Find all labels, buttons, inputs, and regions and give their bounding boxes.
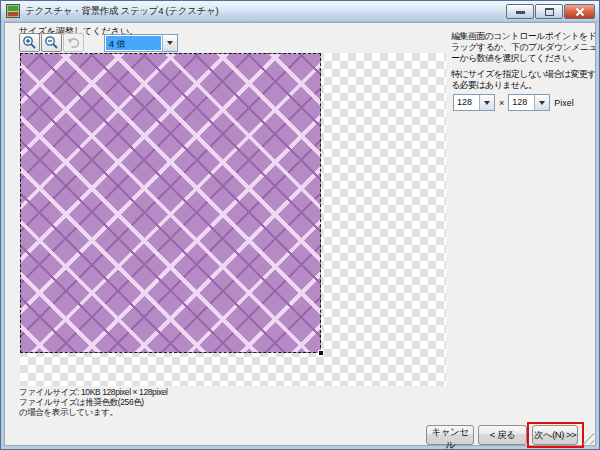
side-instructions: 編集画面のコントロールポイントをドラッグするか、下のプルダウンメニューから数値を… — [451, 31, 600, 96]
maximize-button[interactable] — [535, 4, 563, 19]
zoom-in-button[interactable] — [19, 33, 40, 52]
dialog-client-area: サイズを調整してください。 4 倍 — [4, 22, 596, 446]
magnifier-minus-icon — [44, 35, 59, 50]
height-dropdown-button[interactable] — [534, 95, 549, 110]
side-instruction-1: 編集画面のコントロールポイントをドラッグするか、下のプルダウンメニューから数値を… — [451, 31, 600, 64]
magnifier-plus-icon — [22, 35, 37, 50]
minimize-button[interactable] — [506, 4, 534, 19]
wizard-window: テクスチャ・背景作成 ステップ4 (テクスチャ) サイズを調整してください。 — [0, 0, 600, 450]
title-bar[interactable]: テクスチャ・背景作成 ステップ4 (テクスチャ) — [1, 1, 599, 22]
width-select[interactable]: 128 — [453, 94, 495, 111]
size-controls: 128 × 128 Pixel — [453, 94, 574, 111]
cancel-button[interactable]: キャンセル — [426, 425, 474, 445]
close-button[interactable] — [564, 4, 595, 19]
undo-icon — [66, 36, 81, 49]
pixel-unit-label: Pixel — [554, 98, 574, 108]
height-select[interactable]: 128 — [508, 94, 550, 111]
maximize-icon — [545, 8, 554, 16]
window-controls — [506, 4, 595, 19]
zoom-level-value: 4 倍 — [106, 36, 161, 50]
next-button[interactable]: 次へ(N) >> — [532, 425, 578, 445]
multiply-sign: × — [499, 98, 504, 108]
height-value: 128 — [509, 95, 534, 110]
minimize-icon — [516, 11, 525, 14]
file-size-line2: ファイルサイズは推奨色数(256色) — [19, 397, 168, 407]
undo-button[interactable] — [63, 33, 84, 52]
back-button[interactable]: < 戻る — [478, 425, 527, 445]
file-size-status: ファイルサイズ: 10KB 128pixel × 128pixel ファイルサイ… — [19, 387, 168, 417]
side-instruction-2: 特にサイズを指定しない場合は変更する必要はありません。 — [451, 69, 600, 91]
file-size-line3: の場合を表示しています。 — [19, 407, 168, 417]
file-size-line1: ファイルサイズ: 10KB 128pixel × 128pixel — [19, 387, 168, 397]
window-resize-grip[interactable] — [582, 432, 594, 444]
width-dropdown-button[interactable] — [479, 95, 494, 110]
window-title: テクスチャ・背景作成 ステップ4 (テクスチャ) — [25, 5, 218, 18]
chevron-down-icon — [539, 101, 545, 105]
zoom-level-select[interactable]: 4 倍 — [104, 34, 178, 52]
resize-handle[interactable] — [318, 350, 324, 356]
width-value: 128 — [454, 95, 479, 110]
zoom-level-dropdown-button[interactable] — [162, 35, 177, 51]
zoom-out-button[interactable] — [41, 33, 62, 52]
chevron-down-icon — [484, 101, 490, 105]
app-icon — [6, 4, 20, 18]
texture-image[interactable] — [20, 53, 321, 353]
preview-area — [20, 53, 446, 386]
close-icon — [575, 7, 585, 17]
chevron-down-icon — [167, 41, 173, 45]
